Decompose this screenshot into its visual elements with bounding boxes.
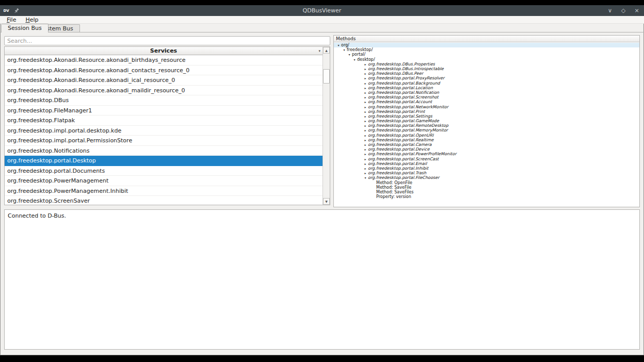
- collapse-arrow-icon[interactable]: ▾: [363, 176, 368, 179]
- services-header[interactable]: Services ▾: [5, 47, 323, 55]
- tree-row[interactable]: ▸org.freedesktop.portal.ScreenCast: [334, 157, 639, 161]
- tree-row[interactable]: ▸org.freedesktop.portal.Screenshot: [334, 95, 639, 100]
- maximize-icon[interactable]: ◇: [620, 5, 626, 16]
- collapse-arrow-icon[interactable]: ▾: [336, 43, 341, 47]
- services-table: Services ▾ org.freedesktop.Akonadi.Resou…: [4, 46, 330, 205]
- expand-arrow-icon[interactable]: ▸: [363, 134, 368, 137]
- tree-row[interactable]: ▸org.freedesktop.portal.Notification: [334, 90, 639, 95]
- service-row[interactable]: org.freedesktop.Akonadi.Resource.akonadi…: [5, 86, 323, 96]
- titlebar[interactable]: DV QDBusViewer ∨ ◇ ×: [0, 5, 644, 16]
- service-row[interactable]: org.freedesktop.Flatpak: [5, 116, 323, 126]
- service-row[interactable]: org.freedesktop.FileManager1: [5, 106, 323, 116]
- collapse-arrow-icon[interactable]: ▾: [342, 48, 347, 52]
- tree-row[interactable]: ▸org.freedesktop.portal.PowerProfileMoni…: [334, 152, 639, 156]
- services-scrollbar[interactable]: ▲ ▼: [323, 47, 330, 205]
- tree-row[interactable]: ▸org.freedesktop.portal.Print: [334, 109, 639, 114]
- window-controls: ∨ ◇ ×: [607, 5, 640, 16]
- expand-arrow-icon[interactable]: ▸: [363, 128, 368, 132]
- tree-row[interactable]: Method: SaveFile: [334, 185, 639, 190]
- expand-arrow-icon[interactable]: ▸: [363, 72, 368, 75]
- expand-arrow-icon[interactable]: ▸: [363, 171, 368, 175]
- expand-arrow-icon[interactable]: ▸: [363, 124, 368, 127]
- sort-arrow-icon[interactable]: ▾: [318, 47, 320, 55]
- expand-arrow-icon[interactable]: ▸: [363, 67, 368, 71]
- tree-row[interactable]: Method: SaveFiles: [334, 190, 639, 194]
- tree-row-label: Method: SaveFile: [376, 185, 411, 190]
- tree-row[interactable]: ▸org.freedesktop.DBus.Introspectable: [334, 67, 639, 71]
- tree-row[interactable]: Method: OpenFile: [334, 180, 639, 185]
- expand-arrow-icon[interactable]: ▸: [363, 91, 368, 94]
- tree-row-label: org.freedesktop.portal.Account: [368, 100, 432, 104]
- expand-arrow-icon[interactable]: ▸: [363, 86, 368, 90]
- tree-row[interactable]: ▸org.freedesktop.portal.NetworkMonitor: [334, 104, 639, 109]
- collapse-arrow-icon[interactable]: ▾: [347, 53, 352, 56]
- expand-arrow-icon[interactable]: ▸: [363, 95, 368, 99]
- collapse-arrow-icon[interactable]: ▾: [352, 58, 357, 61]
- tree-row[interactable]: ▾org/: [334, 43, 639, 47]
- service-row[interactable]: org.freedesktop.Akonadi.Resource.akonadi…: [5, 75, 323, 86]
- scroll-up-icon[interactable]: ▲: [323, 47, 330, 54]
- tree-row[interactable]: ▸org.freedesktop.portal.Trash: [334, 171, 639, 175]
- service-row[interactable]: org.freedesktop.Notifications: [5, 146, 323, 156]
- tree-row[interactable]: ▸org.freedesktop.portal.Account: [334, 100, 639, 104]
- expand-arrow-icon[interactable]: ▸: [363, 119, 368, 123]
- expand-arrow-icon[interactable]: ▸: [363, 147, 368, 151]
- scroll-down-icon[interactable]: ▼: [323, 198, 330, 205]
- expand-arrow-icon[interactable]: ▸: [363, 152, 368, 156]
- tree-row[interactable]: ▸org.freedesktop.portal.Background: [334, 81, 639, 86]
- service-row[interactable]: org.freedesktop.impl.portal.desktop.kde: [5, 126, 323, 136]
- tree-row[interactable]: ▸org.freedesktop.portal.GameMode: [334, 119, 639, 123]
- expand-arrow-icon[interactable]: ▸: [363, 157, 368, 161]
- expand-arrow-icon[interactable]: ▸: [363, 162, 368, 166]
- expand-arrow-icon[interactable]: ▸: [363, 138, 368, 142]
- service-row[interactable]: org.freedesktop.impl.portal.PermissionSt…: [5, 136, 323, 146]
- tree-row[interactable]: ▸org.freedesktop.portal.Inhibit: [334, 166, 639, 171]
- tree-row[interactable]: ▸org.freedesktop.portal.MemoryMonitor: [334, 128, 639, 133]
- tree-row[interactable]: ▸org.freedesktop.portal.Settings: [334, 114, 639, 119]
- tree-row[interactable]: ▸org.freedesktop.DBus.Peer: [334, 71, 639, 76]
- menu-file[interactable]: File: [3, 16, 20, 24]
- service-row[interactable]: org.freedesktop.portal.Desktop: [5, 156, 323, 166]
- tree-row[interactable]: ▸org.freedesktop.portal.Location: [334, 86, 639, 90]
- service-row[interactable]: org.freedesktop.Akonadi.Resource.akonadi…: [5, 65, 323, 76]
- service-row[interactable]: org.freedesktop.ScreenSaver: [5, 196, 323, 205]
- tab-session-bus[interactable]: Session Bus: [1, 24, 49, 32]
- tree-row[interactable]: ▸org.freedesktop.portal.ProxyResolver: [334, 76, 639, 80]
- tree-row-label: org.freedesktop.portal.Realtime: [368, 138, 433, 142]
- tree-row[interactable]: ▸org.freedesktop.portal.Camera: [334, 142, 639, 147]
- service-row[interactable]: org.freedesktop.Akonadi.Resource.akonadi…: [5, 55, 323, 65]
- expand-arrow-icon[interactable]: ▸: [363, 143, 368, 146]
- scrollbar-thumb[interactable]: [323, 69, 330, 84]
- minimize-icon[interactable]: ∨: [607, 5, 613, 16]
- expand-arrow-icon[interactable]: ▸: [363, 105, 368, 109]
- methods-header[interactable]: Methods: [334, 36, 639, 42]
- expand-arrow-icon[interactable]: ▸: [363, 110, 368, 113]
- tree-row-label: org.freedesktop.portal.GameMode: [368, 119, 439, 123]
- search-input[interactable]: [4, 36, 330, 45]
- expand-arrow-icon[interactable]: ▸: [363, 100, 368, 104]
- close-icon[interactable]: ×: [634, 5, 640, 16]
- log-panel: Connected to D-Bus.: [4, 209, 640, 350]
- tree-row[interactable]: Property: version: [334, 194, 639, 199]
- tree-row[interactable]: ▸org.freedesktop.portal.Device: [334, 147, 639, 152]
- tree-row[interactable]: ▸org.freedesktop.portal.OpenURI: [334, 133, 639, 138]
- tree-row[interactable]: ▾portal/: [334, 52, 639, 57]
- tree-row[interactable]: ▾desktop/: [334, 57, 639, 62]
- service-row[interactable]: org.freedesktop.DBus: [5, 95, 323, 106]
- tree-row[interactable]: ▸org.freedesktop.DBus.Properties: [334, 62, 639, 67]
- expand-arrow-icon[interactable]: ▸: [363, 114, 368, 118]
- service-row[interactable]: org.freedesktop.PowerManagement.Inhibit: [5, 186, 323, 196]
- expand-arrow-icon[interactable]: ▸: [363, 76, 368, 80]
- tree-row[interactable]: ▾freedesktop/: [334, 47, 639, 52]
- expand-arrow-icon[interactable]: ▸: [363, 62, 368, 66]
- tree-row[interactable]: ▸org.freedesktop.portal.RemoteDesktop: [334, 123, 639, 128]
- service-row[interactable]: org.freedesktop.portal.Documents: [5, 166, 323, 176]
- service-row[interactable]: org.freedesktop.PowerManagement: [5, 176, 323, 186]
- expand-arrow-icon[interactable]: ▸: [363, 167, 368, 170]
- expand-arrow-icon[interactable]: ▸: [363, 81, 368, 85]
- menubar: File Help: [0, 16, 644, 24]
- tree-row[interactable]: ▸org.freedesktop.portal.Realtime: [334, 138, 639, 142]
- tree-row[interactable]: ▾org.freedesktop.portal.FileChooser: [334, 175, 639, 180]
- tree-row[interactable]: ▸org.freedesktop.portal.Email: [334, 161, 639, 166]
- menu-help[interactable]: Help: [22, 16, 42, 24]
